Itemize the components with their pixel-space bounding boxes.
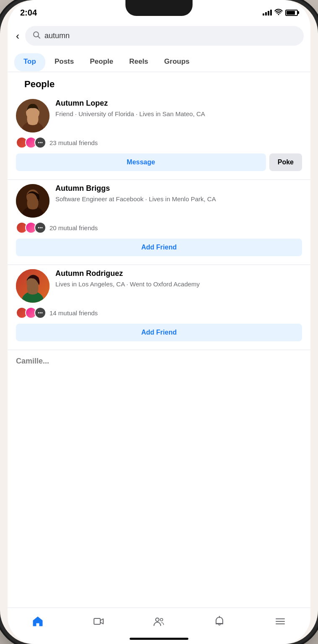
svg-point-12 — [40, 227, 41, 229]
action-buttons: Add Friend — [16, 239, 302, 256]
nav-home[interactable] — [23, 613, 52, 630]
menu-icon — [274, 615, 286, 627]
person-card: Autumn Briggs Software Engineer at Faceb… — [8, 180, 310, 265]
svg-point-22 — [156, 618, 159, 621]
person-meta: Friend · University of Florida · Lives i… — [55, 109, 302, 118]
mutual-avatar-more — [34, 222, 46, 234]
person-card: Autumn Lopez Friend · University of Flor… — [8, 95, 310, 180]
nav-video[interactable] — [84, 613, 113, 630]
poke-button[interactable]: Poke — [269, 153, 302, 171]
home-indicator — [130, 638, 188, 640]
person-details: Autumn Lopez Friend · University of Flor… — [55, 99, 302, 118]
nav-menu[interactable] — [266, 613, 295, 630]
svg-point-13 — [42, 227, 43, 229]
battery-icon — [285, 10, 298, 16]
tab-reels[interactable]: Reels — [123, 52, 155, 72]
tab-groups[interactable]: Groups — [157, 52, 196, 72]
person-details: Autumn Rodriguez Lives in Los Angeles, C… — [55, 269, 302, 288]
back-button[interactable]: ‹ — [14, 29, 21, 44]
tab-posts[interactable]: Posts — [48, 52, 81, 72]
action-buttons: Add Friend — [16, 324, 302, 341]
bell-icon — [214, 615, 225, 627]
svg-point-5 — [38, 142, 39, 143]
message-button[interactable]: Message — [16, 153, 266, 171]
mutual-friends-row: 23 mutual friends — [16, 137, 302, 148]
home-icon — [32, 615, 44, 627]
search-input[interactable]: autumn — [25, 26, 304, 46]
video-icon — [93, 615, 104, 627]
tab-people[interactable]: People — [83, 52, 120, 72]
svg-rect-21 — [94, 618, 100, 624]
mutual-count: 14 mutual friends — [50, 309, 98, 317]
wifi-icon — [274, 8, 283, 17]
person-name: Autumn Rodriguez — [55, 269, 302, 278]
person-name: Autumn Lopez — [55, 99, 302, 108]
svg-point-18 — [38, 312, 39, 314]
status-time: 2:04 — [20, 8, 37, 18]
tab-top[interactable]: Top — [14, 53, 45, 71]
add-friend-button[interactable]: Add Friend — [16, 239, 302, 256]
person-meta: Software Engineer at Facebook · Lives in… — [55, 195, 302, 203]
mutual-friends-row: 20 mutual friends — [16, 222, 302, 234]
search-icon — [33, 31, 40, 41]
mutual-count: 20 mutual friends — [50, 224, 98, 231]
nav-notifications[interactable] — [205, 613, 234, 630]
status-icons — [263, 8, 298, 17]
mutual-avatar-more — [34, 137, 46, 148]
partial-card: Camille... — [8, 350, 310, 366]
search-results: People — [8, 72, 310, 644]
people-icon — [153, 615, 165, 627]
search-query: autumn — [44, 31, 70, 40]
person-meta: Lives in Los Angeles, CA · Went to Oxfor… — [55, 280, 302, 288]
add-friend-button[interactable]: Add Friend — [16, 324, 302, 341]
signal-icon — [263, 10, 272, 16]
svg-point-6 — [40, 142, 41, 143]
mutual-avatars — [16, 307, 46, 319]
action-buttons: Message Poke — [16, 153, 302, 171]
person-details: Autumn Briggs Software Engineer at Faceb… — [55, 184, 302, 203]
mutual-avatars — [16, 222, 46, 234]
mutual-count: 23 mutual friends — [50, 139, 98, 146]
svg-point-20 — [42, 312, 43, 314]
filter-tabs: Top Posts People Reels Groups — [8, 51, 310, 72]
person-card: Autumn Rodriguez Lives in Los Angeles, C… — [8, 265, 310, 350]
mutual-avatar-more — [34, 307, 46, 319]
mutual-friends-row: 14 mutual friends — [16, 307, 302, 319]
avatar[interactable] — [16, 269, 50, 303]
svg-point-7 — [42, 142, 43, 143]
section-title: People — [16, 77, 63, 96]
person-name: Autumn Briggs — [55, 184, 302, 193]
avatar[interactable] — [16, 99, 50, 132]
nav-people[interactable] — [145, 613, 173, 630]
mutual-avatars — [16, 137, 46, 148]
svg-point-19 — [40, 312, 41, 314]
avatar[interactable] — [16, 184, 50, 218]
svg-point-11 — [38, 227, 39, 229]
svg-line-1 — [38, 36, 40, 39]
search-bar-container: ‹ autumn — [8, 23, 310, 51]
svg-point-23 — [160, 618, 163, 621]
